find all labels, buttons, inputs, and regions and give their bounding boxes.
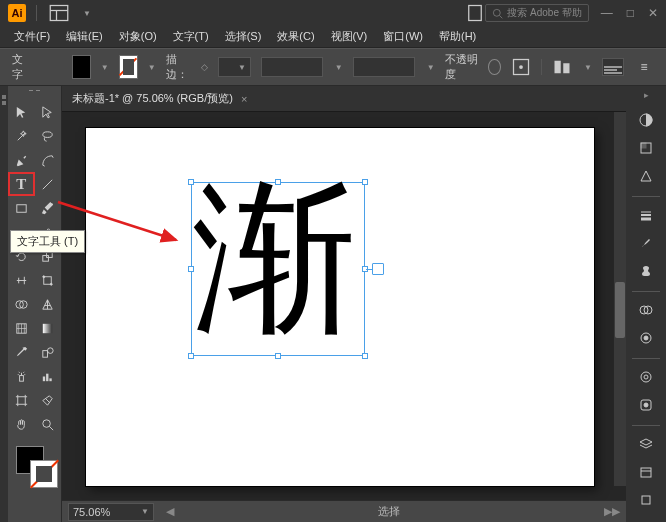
menu-window[interactable]: 窗口(W): [377, 27, 429, 46]
symbol-sprayer-tool[interactable]: [8, 364, 35, 388]
vertical-scrollbar[interactable]: [614, 112, 626, 486]
menu-object[interactable]: 对象(O): [113, 27, 163, 46]
collapse-icon[interactable]: ▸: [644, 90, 649, 100]
handle-bot-mid[interactable]: [275, 353, 281, 359]
gradient-tool[interactable]: [35, 316, 62, 340]
svg-rect-24: [19, 375, 23, 381]
zoom-dropdown-icon[interactable]: ▼: [141, 507, 149, 516]
stepper-icon[interactable]: ◇: [201, 62, 208, 72]
opacity-value[interactable]: [488, 59, 501, 75]
brush-dropdown-icon[interactable]: ▼: [427, 63, 435, 72]
svg-point-40: [644, 336, 648, 340]
text-frame[interactable]: 渐: [191, 182, 365, 356]
gradient-panel-icon[interactable]: [631, 326, 661, 350]
menu-edit[interactable]: 编辑(E): [60, 27, 109, 46]
search-input[interactable]: 搜索 Adobe 帮助: [485, 4, 588, 22]
tab-close-icon[interactable]: ×: [241, 93, 247, 105]
rectangle-tool[interactable]: [8, 196, 35, 220]
pen-tool[interactable]: [8, 148, 35, 172]
panel-menu-icon[interactable]: ≡: [634, 57, 654, 77]
handle-top-right[interactable]: [362, 179, 368, 185]
menu-help[interactable]: 帮助(H): [433, 27, 482, 46]
svg-rect-8: [555, 61, 561, 74]
zoom-input[interactable]: 75.06% ▼: [68, 503, 154, 521]
eyedropper-tool[interactable]: [8, 340, 35, 364]
handle-mid-left[interactable]: [188, 266, 194, 272]
out-port[interactable]: [372, 263, 384, 275]
brushes-panel-icon[interactable]: [631, 231, 661, 255]
nav-next-icon[interactable]: ▶▶: [604, 505, 620, 518]
perspective-tool[interactable]: [35, 292, 62, 316]
magic-wand-tool[interactable]: [8, 124, 35, 148]
char-panel-icon[interactable]: [511, 57, 531, 77]
menu-type[interactable]: 文字(T): [167, 27, 215, 46]
align-dropdown-icon[interactable]: ▼: [584, 63, 592, 72]
stroke-swatch[interactable]: [119, 55, 138, 79]
blend-tool[interactable]: [35, 340, 62, 364]
dropdown-icon[interactable]: ▼: [83, 9, 91, 18]
curvature-tool[interactable]: [35, 148, 62, 172]
svg-rect-28: [18, 396, 26, 404]
menu-effect[interactable]: 效果(C): [271, 27, 320, 46]
align-panel-icon[interactable]: [552, 57, 572, 77]
symbols-panel-icon[interactable]: [631, 259, 661, 283]
handle-top-mid[interactable]: [275, 179, 281, 185]
menu-file[interactable]: 文件(F): [8, 27, 56, 46]
layout-icon[interactable]: [49, 3, 69, 23]
shape-builder-tool[interactable]: [8, 292, 35, 316]
stroke-panel-icon[interactable]: [631, 203, 661, 227]
doc-icon[interactable]: [465, 3, 485, 23]
svg-point-10: [43, 131, 52, 137]
text-content[interactable]: 渐: [192, 177, 357, 342]
graphic-styles-icon[interactable]: [602, 58, 624, 76]
stroke-profile[interactable]: [261, 57, 323, 77]
slice-tool[interactable]: [35, 388, 62, 412]
lasso-tool[interactable]: [35, 124, 62, 148]
handle-bot-right[interactable]: [362, 353, 368, 359]
color-panel-icon[interactable]: [631, 108, 661, 132]
maximize-button[interactable]: □: [627, 6, 634, 20]
hand-tool[interactable]: [8, 412, 35, 436]
scrollbar-thumb[interactable]: [615, 282, 625, 338]
column-graph-tool[interactable]: [35, 364, 62, 388]
width-tool[interactable]: [8, 268, 35, 292]
color-guide-icon[interactable]: [631, 164, 661, 188]
nav-prev-icon[interactable]: ◀: [166, 505, 174, 518]
brush-def[interactable]: [353, 57, 415, 77]
free-transform-tool[interactable]: [35, 268, 62, 292]
close-button[interactable]: ✕: [648, 6, 658, 20]
handle-top-left[interactable]: [188, 179, 194, 185]
zoom-tool[interactable]: [35, 412, 62, 436]
canvas[interactable]: 渐: [62, 112, 626, 500]
profile-dropdown-icon[interactable]: ▼: [335, 63, 343, 72]
menu-view[interactable]: 视图(V): [325, 27, 374, 46]
svg-rect-22: [43, 350, 48, 357]
graphic-styles-panel-icon[interactable]: [631, 393, 661, 417]
mesh-tool[interactable]: [8, 316, 35, 340]
handle-bot-left[interactable]: [188, 353, 194, 359]
status-bar: 75.06% ▼ ◀ 选择 ▶▶: [62, 500, 626, 522]
stroke-dropdown-icon[interactable]: ▼: [148, 63, 156, 72]
direct-selection-tool[interactable]: [35, 100, 62, 124]
selection-tool[interactable]: [8, 100, 35, 124]
paintbrush-tool[interactable]: [35, 196, 62, 220]
appearance-panel-icon[interactable]: [631, 365, 661, 389]
type-tool[interactable]: T: [8, 172, 35, 196]
app-logo: Ai: [8, 4, 26, 22]
artboard-tool[interactable]: [8, 388, 35, 412]
fill-dropdown-icon[interactable]: ▼: [101, 63, 109, 72]
color-swatches[interactable]: [8, 442, 61, 486]
transparency-panel-icon[interactable]: [631, 298, 661, 322]
layers-panel-icon[interactable]: [631, 432, 661, 456]
minimize-button[interactable]: ―: [601, 6, 613, 20]
stroke-weight-input[interactable]: ▼: [218, 57, 251, 77]
artboard[interactable]: 渐: [86, 128, 594, 486]
menu-select[interactable]: 选择(S): [219, 27, 268, 46]
stroke-color[interactable]: [30, 460, 58, 488]
fill-swatch[interactable]: [72, 55, 91, 79]
artboards-panel-icon[interactable]: [631, 488, 661, 512]
swatches-panel-icon[interactable]: [631, 136, 661, 160]
libraries-panel-icon[interactable]: [631, 460, 661, 484]
document-tab[interactable]: 未标题-1* @ 75.06% (RGB/预览) ×: [62, 86, 626, 112]
line-tool[interactable]: [35, 172, 62, 196]
